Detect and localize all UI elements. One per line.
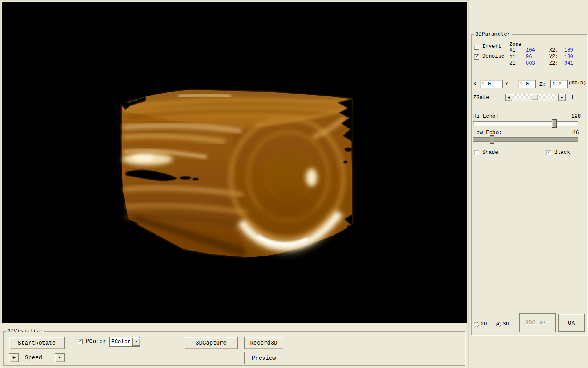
visualize-groupbox: 3DVisualize StartRotate + Speed - ✓ PCol… (3, 331, 466, 366)
render-viewport[interactable] (2, 2, 467, 323)
low-echo-thumb[interactable] (490, 135, 494, 144)
visualize-group-title: 3DVisualize (6, 328, 44, 334)
invert-checkbox[interactable] (474, 45, 479, 50)
zone-x2-label: X2: (549, 47, 558, 53)
zone-z2-label: Z2: (549, 61, 558, 66)
zone-y2-value: 180 (564, 54, 573, 60)
shade-checkbox[interactable] (474, 150, 479, 155)
zone-x1-label: X1: (510, 47, 519, 53)
capture-3d-button[interactable]: 3DCapture (185, 337, 238, 349)
scale-z-input[interactable] (550, 80, 568, 88)
pcolor-select[interactable]: PColor ▼ (109, 337, 140, 347)
zone-x1-value: 104 (526, 47, 535, 53)
dropdown-arrow-icon[interactable]: ▼ (132, 338, 140, 346)
invert-label: Invert (482, 43, 501, 49)
low-echo-value: 46 (572, 130, 579, 136)
zrate-track[interactable] (512, 94, 558, 100)
zrate-thumb[interactable] (532, 94, 538, 100)
mode-3d-radio[interactable] (496, 322, 501, 327)
speed-minus-button[interactable]: - (55, 353, 65, 362)
zone-y1-label: Y1: (510, 54, 519, 60)
app-window: { "icons": { "check": "✓", "scroll_left"… (0, 0, 588, 368)
black-checkbox[interactable]: ✓ (546, 150, 551, 155)
mode-2d-radio[interactable] (474, 322, 479, 327)
start-3d-button[interactable]: 3DStart (519, 313, 556, 332)
black-label: Black (554, 149, 570, 155)
pcolor-checkbox[interactable]: ✓ (78, 339, 83, 344)
hi-echo-thumb[interactable] (552, 119, 557, 128)
speed-plus-button[interactable]: + (9, 353, 19, 362)
zone-x2-value: 189 (564, 47, 573, 53)
ok-button[interactable]: OK (558, 314, 585, 332)
zone-row: X1: 104 X2: 189 (510, 47, 519, 53)
zrate-value: 1 (571, 94, 574, 101)
hi-echo-value: 198 (571, 113, 581, 119)
zone-z1-value: 803 (526, 61, 535, 66)
zone-row: Z1: 803 Z2: 941 (510, 61, 519, 66)
parameter-panel: 3DParameter Invert ✓ Denoise Zone X1: 10… (468, 0, 588, 368)
denoise-label: Denoise (482, 53, 505, 59)
scale-unit-label: (mm/p) (568, 80, 586, 86)
scale-x-input[interactable] (480, 80, 503, 88)
scale-y-input[interactable] (518, 80, 536, 88)
zrate-scrollbar[interactable]: ◄ ► (505, 94, 566, 101)
pcolor-label: PColor (86, 338, 106, 345)
visualize-panel: 3DVisualize StartRotate + Speed - ✓ PCol… (0, 323, 468, 368)
zone-z1-label: Z1: (510, 61, 519, 66)
zone-z2-value: 941 (564, 61, 573, 66)
scale-x-label: X: (473, 81, 480, 87)
zrate-label: ZRate (473, 94, 489, 101)
low-echo-slider[interactable] (473, 137, 578, 142)
scale-z-label: Z: (539, 81, 546, 88)
zrate-scroll-left-icon[interactable]: ◄ (505, 94, 512, 101)
hi-echo-label: Hi Echo: (473, 113, 499, 119)
speed-label: Speed (25, 355, 42, 361)
start-rotate-button[interactable]: StartRotate (9, 337, 65, 349)
zone-row: Y1: 96 Y2: 180 (510, 54, 519, 60)
zone-y2-label: Y2: (549, 54, 558, 60)
zone-y1-value: 96 (526, 54, 532, 60)
low-echo-label: Low Echo: (473, 130, 502, 136)
denoise-checkbox[interactable]: ✓ (474, 54, 479, 60)
shade-label: Shade (482, 149, 498, 155)
preview-button[interactable]: Preview (244, 352, 283, 364)
zrate-scroll-right-icon[interactable]: ► (558, 94, 566, 101)
hi-echo-slider[interactable] (473, 121, 578, 126)
volume-render (2, 2, 467, 323)
record-3d-button[interactable]: Record3D (244, 337, 283, 349)
mode-2d-label: 2D (481, 321, 487, 327)
scale-y-label: Y: (505, 81, 512, 87)
mode-3d-label: 3D (503, 321, 509, 327)
parameter-group-title: 3DParameter (474, 31, 512, 37)
parameter-groupbox: 3DParameter Invert ✓ Denoise Zone X1: 10… (471, 34, 587, 335)
pcolor-select-value: PColor (110, 338, 132, 345)
zone-label: Zone (510, 42, 521, 47)
